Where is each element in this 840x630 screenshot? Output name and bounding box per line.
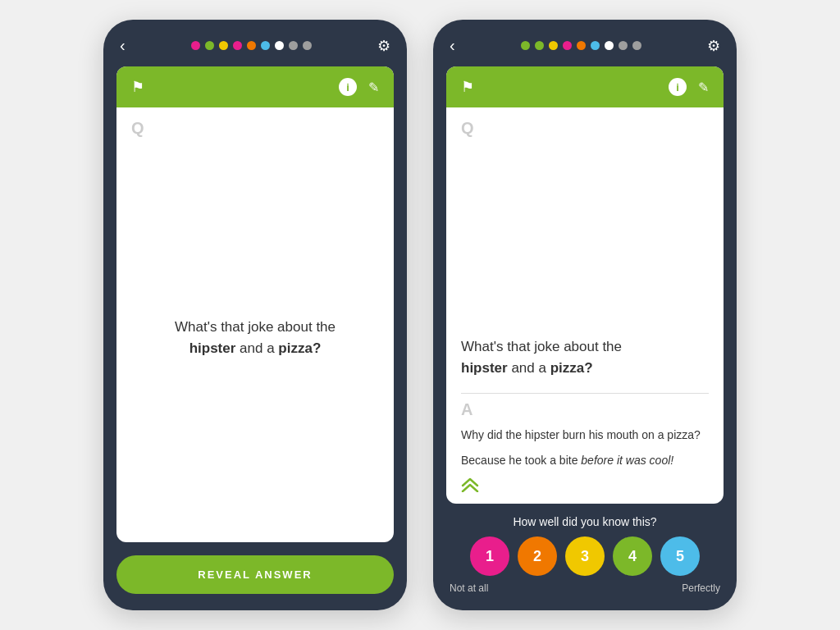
edit-icon-1[interactable]: ✎ xyxy=(368,80,379,95)
dot-1-6[interactable] xyxy=(261,41,270,50)
question-line1-1: What's that joke about the xyxy=(175,319,336,335)
question-bold1-1: hipster xyxy=(189,340,236,356)
card-body-2: Q What's that joke about the hipster and… xyxy=(446,107,724,504)
rating-circles: 1 2 3 4 5 xyxy=(470,536,700,576)
back-button-2[interactable]: ‹ xyxy=(450,36,455,55)
dot-1-2[interactable] xyxy=(205,41,214,50)
question-bold2-2: pizza? xyxy=(550,360,593,376)
dot-1-4[interactable] xyxy=(233,41,242,50)
dot-1-7[interactable] xyxy=(275,41,284,50)
rating-circle-3[interactable]: 3 xyxy=(565,536,605,576)
dot-2-1[interactable] xyxy=(521,41,530,50)
q-label-2: Q xyxy=(461,119,709,138)
card-header-actions-2: i ✎ xyxy=(669,78,709,96)
dot-1-3[interactable] xyxy=(219,41,228,50)
bookmark-icon-1[interactable]: ⚑ xyxy=(131,78,144,96)
question-mid-1: and a xyxy=(235,340,278,356)
dot-1-5[interactable] xyxy=(247,41,256,50)
info-button-2[interactable]: i xyxy=(669,78,687,96)
card-body-1: Q What's that joke about the hipster and… xyxy=(116,107,394,542)
top-bar-2: ‹ ⚙ xyxy=(446,36,724,55)
question-text-2: What's that joke about the hipster and a… xyxy=(461,336,709,378)
card-header-actions-1: i ✎ xyxy=(339,78,379,96)
screen-container: ‹ ⚙ ⚑ i ✎ Q xyxy=(0,0,840,630)
chevron-up-double-icon xyxy=(461,477,479,492)
dot-2-3[interactable] xyxy=(549,41,558,50)
dot-2-2[interactable] xyxy=(535,41,544,50)
dot-1-9[interactable] xyxy=(303,41,312,50)
answer-line2: Because he took a bite before it was coo… xyxy=(461,451,709,469)
answer-line1: Why did the hipster burn his mouth on a … xyxy=(461,426,709,444)
dot-2-7[interactable] xyxy=(605,41,614,50)
rating-circle-2[interactable]: 2 xyxy=(518,536,557,576)
rating-circle-4[interactable]: 4 xyxy=(613,536,652,576)
rating-label-perfectly: Perfectly xyxy=(682,582,720,594)
dot-1-8[interactable] xyxy=(289,41,298,50)
dot-2-9[interactable] xyxy=(632,41,641,50)
question-bold2-1: pizza? xyxy=(278,340,321,356)
dot-2-5[interactable] xyxy=(577,41,586,50)
phone-1: ‹ ⚙ ⚑ i ✎ Q xyxy=(103,20,407,610)
rating-label-not-at-all: Not at all xyxy=(450,582,488,594)
settings-button-1[interactable]: ⚙ xyxy=(377,37,390,55)
edit-icon-2[interactable]: ✎ xyxy=(698,80,709,95)
dot-2-6[interactable] xyxy=(591,41,600,50)
card-1: ⚑ i ✎ Q What's that joke about the hipst… xyxy=(116,66,394,542)
phone-2: ‹ ⚙ ⚑ i ✎ Q xyxy=(433,20,737,610)
question-mid-2: and a xyxy=(508,360,550,376)
dot-1-1[interactable] xyxy=(191,41,200,50)
back-button-1[interactable]: ‹ xyxy=(120,36,126,55)
q-label-1: Q xyxy=(131,119,379,138)
question-text-1: What's that joke about the hipster and a… xyxy=(175,317,336,358)
info-button-1[interactable]: i xyxy=(339,78,357,96)
answer-pre: Because he took a bite xyxy=(461,454,581,467)
collapse-button[interactable] xyxy=(461,477,709,492)
card-header-2: ⚑ i ✎ xyxy=(446,66,724,107)
dots-2 xyxy=(521,41,641,50)
reveal-answer-button[interactable]: REVEAL ANSWER xyxy=(116,555,394,594)
card-2: ⚑ i ✎ Q What's that joke about the hipst… xyxy=(446,66,724,504)
dots-1 xyxy=(191,41,312,50)
rating-circle-5[interactable]: 5 xyxy=(660,536,700,576)
answer-text-2: Why did the hipster burn his mouth on a … xyxy=(461,426,709,469)
rating-section: How well did you know this? 1 2 3 4 5 No… xyxy=(446,515,724,594)
bookmark-icon-2[interactable]: ⚑ xyxy=(461,78,474,96)
dot-2-4[interactable] xyxy=(563,41,572,50)
dot-2-8[interactable] xyxy=(619,41,628,50)
rating-circle-1[interactable]: 1 xyxy=(470,536,509,576)
settings-button-2[interactable]: ⚙ xyxy=(707,37,720,55)
rating-labels: Not at all Perfectly xyxy=(446,582,724,594)
card-divider xyxy=(461,393,709,394)
card-header-1: ⚑ i ✎ xyxy=(116,66,394,107)
answer-italic: before it was cool! xyxy=(581,454,673,467)
question-centered-1: What's that joke about the hipster and a… xyxy=(131,144,379,531)
a-label-2: A xyxy=(461,400,709,419)
top-bar-1: ‹ ⚙ xyxy=(116,36,394,55)
rating-question-label: How well did you know this? xyxy=(513,515,656,528)
question-line1-2: What's that joke about the xyxy=(461,339,622,354)
question-bold1-2: hipster xyxy=(461,360,508,376)
